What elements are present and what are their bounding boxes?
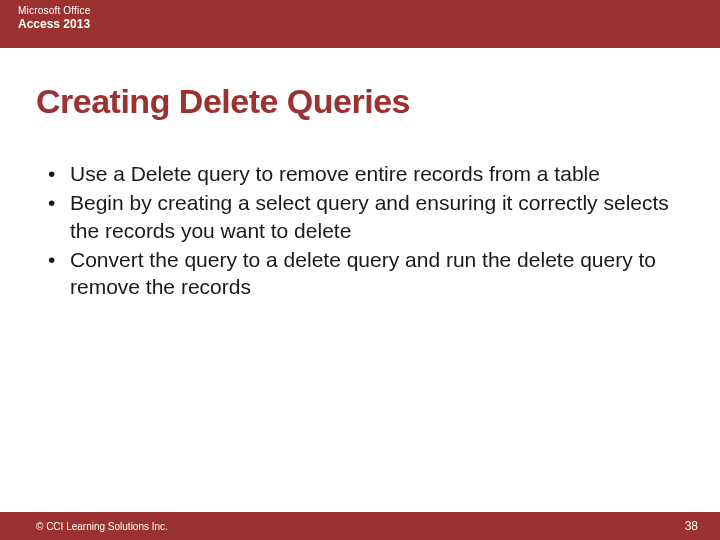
slide-body: Use a Delete query to remove entire reco… [36, 160, 684, 302]
footer-band: © CCI Learning Solutions Inc. 38 [0, 512, 720, 540]
slide: Microsoft Office Access 2013 Creating De… [0, 0, 720, 540]
footer-copyright: © CCI Learning Solutions Inc. [36, 521, 168, 532]
bullet-list: Use a Delete query to remove entire reco… [36, 160, 684, 300]
list-item: Begin by creating a select query and ens… [36, 189, 684, 244]
page-number: 38 [685, 519, 698, 533]
slide-title: Creating Delete Queries [36, 82, 410, 121]
bullet-text: Use a Delete query to remove entire reco… [70, 162, 600, 185]
bullet-text: Begin by creating a select query and ens… [70, 191, 669, 241]
header-text: Microsoft Office Access 2013 [18, 4, 90, 33]
header-band: Microsoft Office Access 2013 [0, 0, 720, 48]
bullet-text: Convert the query to a delete query and … [70, 248, 656, 298]
header-product-line: Microsoft Office [18, 4, 90, 17]
header-app-line: Access 2013 [18, 17, 90, 33]
list-item: Convert the query to a delete query and … [36, 246, 684, 301]
list-item: Use a Delete query to remove entire reco… [36, 160, 684, 187]
